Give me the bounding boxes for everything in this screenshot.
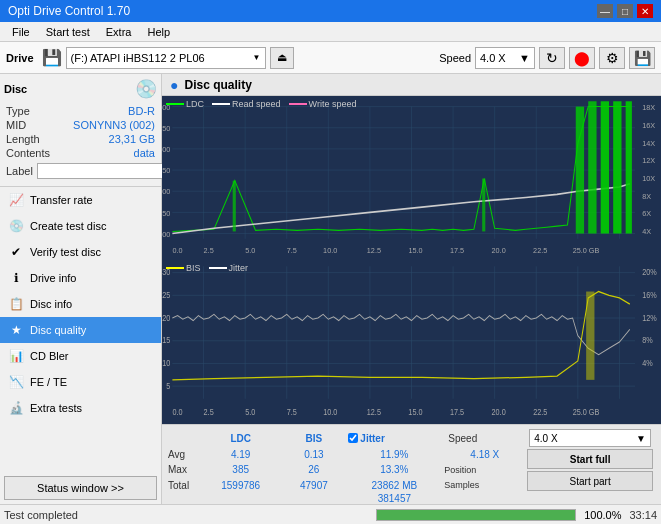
svg-rect-48 [588, 101, 596, 233]
close-button[interactable]: ✕ [637, 4, 653, 18]
content-title: Disc quality [184, 78, 251, 92]
disc-info-icon: 📋 [8, 296, 24, 312]
sidebar-item-transfer-rate[interactable]: 📈 Transfer rate [0, 187, 161, 213]
svg-text:5.0: 5.0 [245, 408, 256, 418]
nav-items: 📈 Transfer rate 💿 Create test disc ✔ Ver… [0, 187, 161, 472]
menu-help[interactable]: Help [139, 24, 178, 40]
main-layout: Disc 💿 Type BD-R MID SONYNN3 (002) Lengt… [0, 74, 661, 504]
svg-rect-45 [233, 181, 236, 232]
menu-start-test[interactable]: Start test [38, 24, 98, 40]
start-part-button[interactable]: Start part [527, 471, 653, 491]
svg-text:200: 200 [162, 187, 170, 196]
disc-contents-value: data [134, 147, 155, 159]
samples-row: 381457 [168, 493, 655, 504]
disc-icon: 💿 [135, 78, 157, 100]
speed-result-arrow: ▼ [636, 433, 646, 444]
bottom-chart-legend: BIS Jitter [166, 263, 248, 273]
svg-text:15.0: 15.0 [408, 246, 422, 255]
sidebar-item-verify-test-disc[interactable]: ✔ Verify test disc [0, 239, 161, 265]
svg-text:14X: 14X [642, 139, 655, 148]
drive-select: 💾 (F:) ATAPI iHBS112 2 PL06 ▼ ⏏ [42, 47, 428, 69]
content-area: ● Disc quality LDC Read speed Write spee… [162, 74, 661, 504]
svg-text:250: 250 [162, 166, 170, 175]
sidebar-item-disc-info[interactable]: 📋 Disc info [0, 291, 161, 317]
disc-length-value: 23,31 GB [109, 133, 155, 145]
sidebar-item-cd-bler[interactable]: 📊 CD Bler [0, 343, 161, 369]
max-ldc: 385 [198, 462, 283, 477]
svg-rect-47 [576, 107, 584, 234]
eject-button[interactable]: ⏏ [270, 47, 294, 69]
svg-text:10.0: 10.0 [323, 408, 338, 418]
settings-button[interactable]: ⚙ [599, 47, 625, 69]
svg-text:6X: 6X [642, 208, 651, 217]
progress-percent: 100.0% [584, 509, 621, 521]
svg-rect-92 [586, 292, 594, 380]
record-button[interactable]: ⬤ [569, 47, 595, 69]
svg-text:0.0: 0.0 [172, 246, 182, 255]
avg-row: Avg 4.19 0.13 11.9% 4.18 X Start full St… [168, 447, 655, 462]
speed-result-combo[interactable]: 4.0 X ▼ [529, 429, 651, 447]
speed-combo-arrow: ▼ [519, 52, 530, 64]
svg-text:5: 5 [166, 381, 170, 391]
menu-file[interactable]: File [4, 24, 38, 40]
sidebar-item-disc-quality[interactable]: ★ Disc quality [0, 317, 161, 343]
disc-quality-label: Disc quality [30, 324, 86, 336]
status-window-button[interactable]: Status window >> [4, 476, 157, 500]
svg-text:16%: 16% [642, 290, 657, 300]
speed-combo[interactable]: 4.0 X ▼ [475, 47, 535, 69]
svg-text:4%: 4% [642, 358, 653, 368]
disc-quality-header-icon: ● [170, 77, 178, 93]
bottom-chart: BIS Jitter [162, 260, 661, 424]
avg-speed: 4.18 X [444, 447, 525, 462]
top-chart-svg: 400 350 300 250 200 150 100 18X 16X 14X … [162, 96, 661, 260]
transfer-rate-label: Transfer rate [30, 194, 93, 206]
sidebar-item-extra-tests[interactable]: 🔬 Extra tests [0, 395, 161, 421]
ldc-legend-line [166, 103, 184, 105]
save-button[interactable]: 💾 [629, 47, 655, 69]
toolbar: Drive 💾 (F:) ATAPI iHBS112 2 PL06 ▼ ⏏ Sp… [0, 42, 661, 74]
ldc-legend: LDC [166, 99, 204, 109]
disc-type-value: BD-R [128, 105, 155, 117]
start-full-button[interactable]: Start full [527, 449, 653, 469]
menu-extra[interactable]: Extra [98, 24, 140, 40]
bottom-chart-svg: 30 25 20 15 10 5 20% 16% 12% 8% 4% 0.0 2… [162, 260, 661, 424]
disc-mid-label: MID [6, 119, 26, 131]
disc-label-label: Label [6, 165, 33, 177]
svg-text:10.0: 10.0 [323, 246, 337, 255]
disc-label-row: Label ✎ [4, 160, 157, 182]
svg-text:300: 300 [162, 145, 170, 154]
disc-info-label: Disc info [30, 298, 72, 310]
disc-label-input[interactable] [37, 163, 166, 179]
svg-text:4X: 4X [642, 226, 651, 235]
disc-type-label: Type [6, 105, 30, 117]
read-speed-legend-line [212, 103, 230, 105]
total-samples: 381457 [344, 493, 444, 504]
svg-text:100: 100 [162, 230, 170, 239]
extra-tests-icon: 🔬 [8, 400, 24, 416]
svg-text:25.0 GB: 25.0 GB [573, 246, 600, 255]
svg-text:15: 15 [162, 336, 171, 346]
svg-text:12X: 12X [642, 156, 655, 165]
jitter-checkbox-label[interactable]: Jitter [348, 433, 440, 444]
disc-length-label: Length [6, 133, 40, 145]
sidebar-item-create-test-disc[interactable]: 💿 Create test disc [0, 213, 161, 239]
drive-icon: 💾 [42, 48, 62, 67]
svg-text:0.0: 0.0 [172, 408, 183, 418]
maximize-button[interactable]: □ [617, 4, 633, 18]
extra-tests-label: Extra tests [30, 402, 82, 414]
top-chart: LDC Read speed Write speed [162, 96, 661, 260]
ldc-header: LDC [198, 429, 283, 447]
refresh-button[interactable]: ↻ [539, 47, 565, 69]
max-label: Max [168, 462, 198, 477]
app-title: Opti Drive Control 1.70 [8, 4, 130, 18]
menubar: File Start test Extra Help [0, 22, 661, 42]
drive-combo-arrow: ▼ [253, 53, 261, 62]
sidebar-item-drive-info[interactable]: ℹ Drive info [0, 265, 161, 291]
svg-text:25.0 GB: 25.0 GB [573, 408, 600, 418]
minimize-button[interactable]: — [597, 4, 613, 18]
jitter-checkbox[interactable] [348, 433, 358, 443]
sidebar-item-fe-te[interactable]: 📉 FE / TE [0, 369, 161, 395]
write-speed-legend-line [289, 103, 307, 105]
fe-te-label: FE / TE [30, 376, 67, 388]
drive-combo[interactable]: (F:) ATAPI iHBS112 2 PL06 ▼ [66, 47, 266, 69]
